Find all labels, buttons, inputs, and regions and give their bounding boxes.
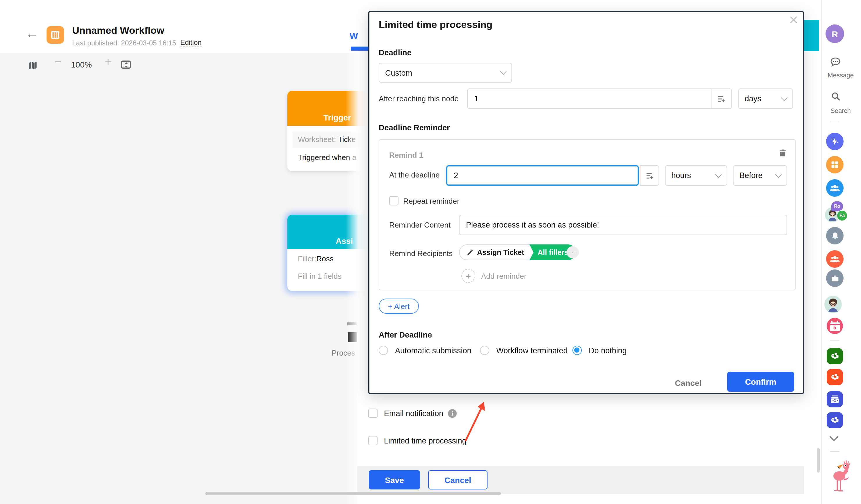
search-label: Search xyxy=(821,107,860,114)
filler-value: Ross xyxy=(316,254,333,263)
remind-field-button[interactable] xyxy=(640,165,659,186)
add-field-icon xyxy=(717,94,726,103)
limited-time-checkbox[interactable] xyxy=(368,436,378,445)
add-field-icon xyxy=(645,171,654,180)
tab-workflow-partial[interactable]: W xyxy=(350,31,358,41)
close-icon[interactable]: × xyxy=(789,11,798,29)
worksheet-label: Worksheet: xyxy=(292,135,336,144)
workflow-app-icon xyxy=(46,26,64,44)
briefcase-icon[interactable] xyxy=(826,270,844,287)
horizontal-scrollbar[interactable] xyxy=(205,492,501,495)
radio-do-nothing[interactable] xyxy=(572,346,582,355)
active-tab-underline xyxy=(351,46,369,51)
remind-unit-select[interactable]: hours xyxy=(665,165,727,186)
remind-row-label: At the deadline xyxy=(389,171,439,179)
deadline-field-button[interactable] xyxy=(711,88,732,109)
message-label: Message xyxy=(821,71,860,79)
sidebar-divider xyxy=(830,122,839,122)
repeat-reminder-checkbox[interactable] xyxy=(389,196,398,205)
zoom-out-button[interactable]: − xyxy=(55,55,62,69)
plugin-red-icon[interactable] xyxy=(827,369,843,385)
recipient-tag[interactable]: Assign Ticket All fillers xyxy=(459,244,576,260)
info-icon[interactable]: i xyxy=(448,409,457,418)
remind-group: Remind 1 At the deadline hours Before Re… xyxy=(379,139,796,290)
remind-group-title: Remind 1 xyxy=(389,151,423,160)
right-sidebar: R Message Search xyxy=(821,0,861,504)
annotation-arrow xyxy=(460,399,490,445)
radio-workflow-terminated[interactable] xyxy=(480,346,489,355)
modal-title: Limited time processing xyxy=(379,19,492,31)
add-alert-button[interactable]: + Alert xyxy=(379,299,419,314)
apps-grid-icon[interactable] xyxy=(826,156,844,174)
email-notification-checkbox[interactable] xyxy=(368,409,378,418)
sidebar-divider xyxy=(830,451,839,452)
panel-footer: Save Cancel xyxy=(357,466,821,494)
remind-value-input[interactable] xyxy=(446,165,639,186)
user-avatar[interactable]: R xyxy=(825,25,844,43)
chevron-down-icon xyxy=(781,94,788,101)
sidebar-divider xyxy=(830,340,839,341)
edition-link[interactable]: Edition xyxy=(180,38,202,47)
deadline-row-label: After reaching this node xyxy=(379,94,459,103)
chevron-down-icon[interactable] xyxy=(831,434,837,440)
chevron-down-icon xyxy=(775,171,782,178)
deadline-unit-select[interactable]: days xyxy=(738,88,793,109)
contacts-red-icon[interactable] xyxy=(826,250,844,268)
limited-time-modal: × Limited time processing Deadline Custo… xyxy=(368,11,804,394)
fit-view-icon[interactable] xyxy=(121,60,131,69)
radio-automatic-submission-label[interactable]: Automatic submission xyxy=(395,346,472,355)
recipient-node-name: Assign Ticket xyxy=(477,248,524,256)
email-notification-label: Email notification xyxy=(384,409,443,418)
deadline-value-input[interactable] xyxy=(467,88,711,109)
trash-icon[interactable] xyxy=(778,148,787,160)
recipient-scope-tag: All fillers xyxy=(537,248,569,256)
zoom-level: 100% xyxy=(71,60,92,69)
radio-automatic-submission[interactable] xyxy=(379,346,388,355)
panel-scrollbar[interactable] xyxy=(817,448,820,473)
assign-description: Fill in 1 fields xyxy=(298,272,341,281)
chevron-down-icon xyxy=(715,171,722,178)
finance-app-icon[interactable] xyxy=(827,391,843,407)
radio-workflow-terminated-label[interactable]: Workflow terminated xyxy=(496,346,568,355)
message-icon[interactable] xyxy=(829,56,842,70)
save-button[interactable]: Save xyxy=(369,470,420,489)
panel-cancel-button[interactable]: Cancel xyxy=(428,470,488,489)
automation-app-icon[interactable] xyxy=(826,133,844,150)
back-icon[interactable]: ← xyxy=(26,27,38,40)
remind-direction-value: Before xyxy=(739,171,763,180)
deadline-type-value: Custom xyxy=(385,68,412,77)
plugin-green-icon[interactable] xyxy=(827,348,843,364)
add-reminder-label[interactable]: Add reminder xyxy=(481,272,527,281)
reminder-content-input[interactable] xyxy=(459,215,787,235)
deadline-heading: Deadline xyxy=(379,48,412,57)
node-settings-panel: Email notification i Limited time proces… xyxy=(357,394,821,504)
contacts-blue-icon[interactable] xyxy=(826,179,844,197)
notifications-bell-icon[interactable] xyxy=(826,227,844,244)
add-reminder-icon[interactable]: + xyxy=(461,269,475,283)
zoom-in-button[interactable]: + xyxy=(105,55,111,69)
remind-recipients-label: Remind Recipients xyxy=(389,249,453,258)
minimap-icon[interactable] xyxy=(28,60,38,73)
team-avatars-cluster[interactable]: Ro Fa xyxy=(824,201,848,224)
search-icon[interactable] xyxy=(830,91,841,104)
reminder-heading: Deadline Reminder xyxy=(379,123,450,132)
grid-icon xyxy=(50,30,60,40)
plugin-blue-icon[interactable] xyxy=(827,412,843,428)
more-recipients-button[interactable]: ··· xyxy=(566,246,579,258)
page-title: Unnamed Workflow xyxy=(72,25,164,37)
schedule-calendar-icon[interactable]: 5 xyxy=(827,318,843,334)
badge-fa: Fa xyxy=(836,210,848,221)
chevron-down-icon xyxy=(500,68,507,75)
modal-cancel-button[interactable]: Cancel xyxy=(675,378,701,387)
deadline-type-select[interactable]: Custom xyxy=(379,63,512,83)
radio-do-nothing-label[interactable]: Do nothing xyxy=(589,346,627,355)
flamingo-mascot[interactable] xyxy=(828,459,853,496)
badge-ro: Ro xyxy=(831,201,843,211)
profile-avatar-photo[interactable] xyxy=(824,296,842,313)
hidden-header-button-fragment xyxy=(803,20,819,51)
confirm-button[interactable]: Confirm xyxy=(727,372,794,392)
repeat-reminder-label: Repeat reminder xyxy=(403,197,460,205)
remind-direction-select[interactable]: Before xyxy=(733,165,787,186)
drawer-right-sliver xyxy=(804,0,821,504)
reminder-content-label: Reminder Content xyxy=(389,221,451,229)
